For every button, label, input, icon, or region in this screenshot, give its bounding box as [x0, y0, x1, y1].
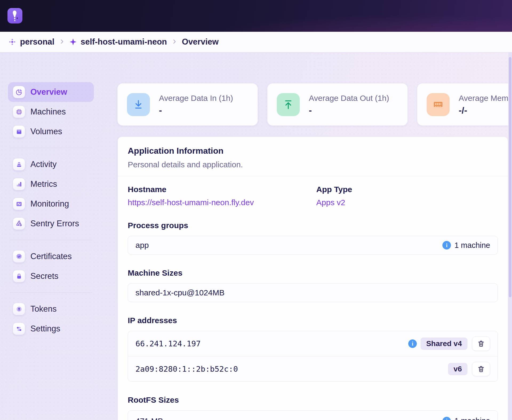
sidebar-item-sentry-errors[interactable]: Sentry Errors [8, 214, 94, 233]
application-information-header: Application Information Personal details… [118, 137, 508, 176]
sidebar-item-tokens[interactable]: Tokens [8, 299, 94, 319]
organization-dots-icon [8, 38, 16, 46]
sidebar-item-label: Certificates [30, 252, 72, 261]
top-header [0, 0, 512, 32]
machines-icon [13, 106, 25, 118]
overview-icon [13, 86, 25, 98]
ip-row-v6: 2a09:8280:1::2b:b52c:0 v6 [128, 356, 498, 381]
hostname-label: Hostname [128, 185, 316, 194]
data-out-icon [277, 93, 300, 116]
ip-address-value: 2a09:8280:1::2b:b52c:0 [135, 364, 238, 374]
breadcrumb-page[interactable]: Overview [182, 37, 219, 47]
application-information-card: Application Information Personal details… [118, 137, 508, 420]
monitoring-icon [13, 198, 25, 210]
machine-sizes-label: Machine Sizes [128, 268, 498, 278]
machine-size-value: shared-1x-cpu@1024MB [135, 288, 225, 297]
sidebar-item-label: Metrics [30, 179, 57, 189]
info-icon[interactable]: i [442, 241, 451, 249]
stat-card-data-in: Average Data In (1h) - [117, 83, 258, 126]
stat-text: Average Data In (1h) - [159, 94, 233, 116]
breadcrumb-separator: › [173, 36, 176, 47]
breadcrumb-org-label: personal [20, 37, 54, 47]
rootfs-machines: i 1 machine [442, 417, 490, 420]
sidebar-divider [10, 148, 92, 148]
sentry-icon [13, 217, 25, 230]
sidebar-item-secrets[interactable]: Secrets [8, 266, 94, 286]
tokens-icon [13, 303, 25, 315]
sidebar: Overview Machines [8, 82, 94, 339]
machine-size-row: shared-1x-cpu@1024MB [128, 283, 498, 302]
hostname-field: Hostname https://self-host-umami-neon.fl… [128, 185, 316, 207]
sidebar-item-label: Monitoring [30, 199, 69, 209]
activity-icon [13, 158, 25, 171]
balloon-icon [10, 10, 20, 21]
certificates-icon [13, 250, 25, 263]
hostname-link[interactable]: https://self-host-umami-neon.fly.dev [128, 198, 254, 207]
sidebar-item-activity[interactable]: Activity [8, 154, 94, 174]
ip-row-actions: v6 [448, 362, 490, 376]
breadcrumb-app[interactable]: self-host-umami-neon [69, 37, 167, 47]
sidebar-item-overview[interactable]: Overview [8, 82, 94, 102]
sidebar-item-machines[interactable]: Machines [8, 102, 94, 122]
stat-label: Average Memory [459, 94, 512, 103]
process-group-name: app [135, 241, 149, 250]
sidebar-item-certificates[interactable]: Certificates [8, 247, 94, 266]
stat-label: Average Data In (1h) [159, 94, 233, 103]
hostname-apptype-row: Hostname https://self-host-umami-neon.fl… [128, 185, 498, 207]
process-group-machines: i 1 machine [442, 241, 490, 250]
sidebar-item-label: Volumes [30, 127, 62, 136]
delete-ip-button[interactable] [472, 362, 490, 376]
info-icon[interactable]: i [442, 417, 451, 420]
sidebar-item-label: Tokens [30, 304, 57, 314]
sidebar-item-settings[interactable]: Settings [8, 319, 94, 339]
sidebar-item-label: Machines [30, 107, 66, 117]
stat-card-data-out: Average Data Out (1h) - [267, 83, 408, 126]
rootfs-sizes-label: RootFS Sizes [128, 395, 498, 405]
ip-type-badge: v6 [448, 363, 467, 375]
breadcrumb-app-label: self-host-umami-neon [81, 37, 167, 47]
breadcrumb-page-label: Overview [182, 37, 219, 47]
sparkle-icon [69, 38, 77, 46]
sidebar-item-label: Activity [30, 160, 57, 169]
ip-type-badge: Shared v4 [421, 338, 467, 350]
stat-value: - [159, 105, 233, 116]
sidebar-item-metrics[interactable]: Metrics [8, 174, 94, 194]
page: personal › self-host-umami-neon › Overvi… [0, 0, 512, 420]
fly-logo[interactable] [7, 8, 22, 23]
app-type-field: App Type Apps v2 [316, 185, 498, 207]
sidebar-item-volumes[interactable]: Volumes [8, 122, 94, 141]
rootfs-size-value: 471 MB [135, 417, 163, 420]
breadcrumb-org[interactable]: personal [8, 37, 54, 47]
memory-icon [427, 93, 450, 116]
sidebar-item-label: Sentry Errors [30, 219, 79, 228]
rootfs-sizes-box: 471 MB i 1 machine [128, 410, 498, 420]
ip-addresses-label: IP addresses [128, 316, 498, 325]
stat-value: - [309, 105, 389, 116]
scrollbar-thumb[interactable] [509, 57, 511, 297]
stat-text: Average Memory -/- [459, 94, 512, 116]
sidebar-item-label: Secrets [30, 271, 58, 281]
sidebar-divider [10, 292, 92, 293]
sidebar-item-label: Overview [30, 87, 67, 97]
info-icon[interactable]: i [408, 339, 417, 348]
settings-icon [13, 323, 25, 335]
breadcrumb: personal › self-host-umami-neon › Overvi… [0, 32, 512, 52]
rootfs-machines-label: 1 machine [454, 417, 490, 420]
sidebar-item-monitoring[interactable]: Monitoring [8, 194, 94, 214]
scrollbar-track[interactable] [508, 52, 512, 420]
ip-address-value: 66.241.124.197 [135, 339, 201, 348]
metrics-icon [13, 178, 25, 190]
process-group-row: app i 1 machine [128, 236, 498, 255]
volumes-icon [13, 125, 25, 138]
breadcrumb-separator: › [60, 36, 63, 47]
trash-icon [477, 365, 485, 373]
process-groups-label: Process groups [128, 221, 498, 230]
sidebar-divider [10, 240, 92, 240]
trash-icon [477, 340, 485, 348]
secrets-icon [13, 270, 25, 282]
stat-label: Average Data Out (1h) [309, 94, 389, 103]
app-type-label: App Type [316, 185, 498, 194]
application-information-body: Hostname https://self-host-umami-neon.fl… [118, 176, 508, 420]
delete-ip-button[interactable] [472, 336, 490, 351]
app-type-link[interactable]: Apps v2 [316, 198, 345, 207]
